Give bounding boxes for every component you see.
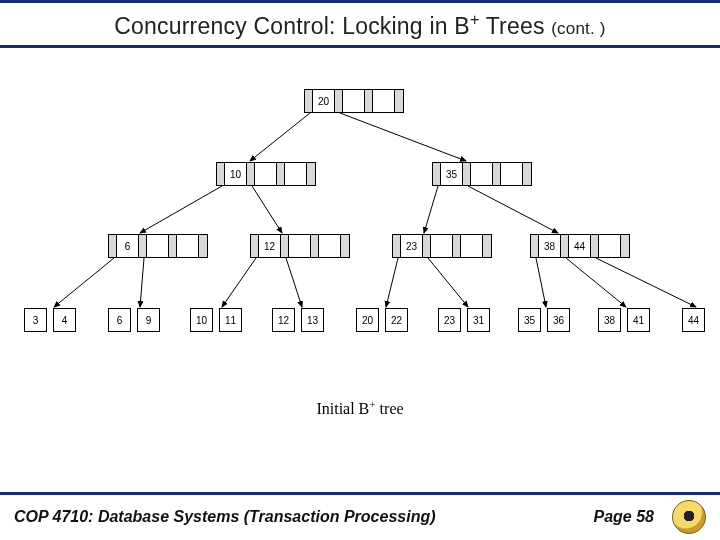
leaf-key: 6 (108, 308, 131, 332)
tree-leaf: 20 22 (356, 308, 408, 332)
btree-diagram: 20 10 35 6 12 (0, 55, 720, 375)
tree-leaf: 6 9 (108, 308, 160, 332)
node-ptr (217, 163, 225, 185)
node-ptr (393, 235, 401, 257)
svg-line-3 (252, 186, 282, 233)
tree-internal-node: 6 (108, 234, 208, 258)
leaf-key: 44 (682, 308, 705, 332)
title-cont: (cont. ) (551, 19, 606, 38)
node-ptr (335, 90, 343, 112)
footer-page: Page 58 (594, 508, 654, 526)
node-ptr (561, 235, 569, 257)
svg-line-5 (468, 186, 558, 233)
node-ptr (199, 235, 207, 257)
tree-root-node: 20 (304, 89, 404, 113)
node-ptr (365, 90, 373, 112)
svg-line-0 (250, 113, 310, 161)
node-key-empty (373, 90, 395, 112)
node-key-empty (319, 235, 341, 257)
node-ptr (139, 235, 147, 257)
tree-leaf: 3 4 (24, 308, 76, 332)
node-key-empty (343, 90, 365, 112)
leaf-key: 23 (438, 308, 461, 332)
node-key-empty (471, 163, 493, 185)
leaf-key: 20 (356, 308, 379, 332)
tree-leaf: 38 41 (598, 308, 650, 332)
svg-line-7 (140, 258, 144, 307)
footer-course: COP 4710: Database Systems (Transaction … (14, 508, 594, 526)
node-ptr (531, 235, 539, 257)
node-ptr (395, 90, 403, 112)
node-ptr (311, 235, 319, 257)
leaf-key: 10 (190, 308, 213, 332)
node-ptr (433, 163, 441, 185)
node-ptr (423, 235, 431, 257)
leaf-key: 3 (24, 308, 47, 332)
node-ptr (305, 90, 313, 112)
node-ptr (247, 163, 255, 185)
node-ptr (621, 235, 629, 257)
leaf-key: 31 (467, 308, 490, 332)
node-key-empty (461, 235, 483, 257)
leaf-key: 13 (301, 308, 324, 332)
node-key: 12 (259, 235, 281, 257)
svg-line-9 (286, 258, 302, 307)
leaf-key: 9 (137, 308, 160, 332)
tree-internal-node: 10 (216, 162, 316, 186)
leaf-key: 12 (272, 308, 295, 332)
title-underline (0, 45, 720, 48)
ucf-logo-icon (672, 500, 706, 534)
node-key: 10 (225, 163, 247, 185)
node-ptr (277, 163, 285, 185)
node-key-empty (255, 163, 277, 185)
svg-line-12 (536, 258, 546, 307)
tree-internal-node: 12 (250, 234, 350, 258)
svg-line-4 (424, 186, 438, 233)
svg-line-14 (596, 258, 696, 307)
svg-line-6 (54, 258, 114, 307)
title-prefix: Concurrency Control: Locking in B (114, 13, 470, 39)
node-ptr (483, 235, 491, 257)
node-ptr (169, 235, 177, 257)
node-ptr (493, 163, 501, 185)
node-ptr (307, 163, 315, 185)
node-ptr (463, 163, 471, 185)
top-rule (0, 0, 720, 3)
svg-line-13 (566, 258, 626, 307)
tree-leaf: 10 11 (190, 308, 242, 332)
node-key-empty (431, 235, 453, 257)
node-key: 23 (401, 235, 423, 257)
caption-prefix: Initial B (316, 400, 369, 417)
diagram-caption: Initial B+ tree (0, 398, 720, 418)
node-ptr (281, 235, 289, 257)
node-ptr (341, 235, 349, 257)
node-ptr (453, 235, 461, 257)
node-key-empty (285, 163, 307, 185)
node-key: 6 (117, 235, 139, 257)
node-key-empty (501, 163, 523, 185)
node-key: 44 (569, 235, 591, 257)
svg-line-10 (386, 258, 398, 307)
leaf-key: 22 (385, 308, 408, 332)
node-ptr (523, 163, 531, 185)
node-key-empty (177, 235, 199, 257)
leaf-key: 4 (53, 308, 76, 332)
tree-internal-node: 23 (392, 234, 492, 258)
tree-internal-node: 35 (432, 162, 532, 186)
svg-line-11 (428, 258, 468, 307)
svg-line-8 (222, 258, 256, 307)
svg-line-1 (340, 113, 466, 161)
node-key: 35 (441, 163, 463, 185)
node-key-empty (147, 235, 169, 257)
leaf-key: 38 (598, 308, 621, 332)
title-suffix: Trees (479, 13, 544, 39)
tree-leaf: 44 (682, 308, 705, 332)
slide-title: Concurrency Control: Locking in B+ Trees… (0, 10, 720, 40)
node-key: 38 (539, 235, 561, 257)
node-key-empty (289, 235, 311, 257)
svg-line-2 (140, 186, 222, 233)
node-key-empty (599, 235, 621, 257)
slide-footer: COP 4710: Database Systems (Transaction … (0, 500, 720, 534)
tree-leaf: 12 13 (272, 308, 324, 332)
node-ptr (251, 235, 259, 257)
